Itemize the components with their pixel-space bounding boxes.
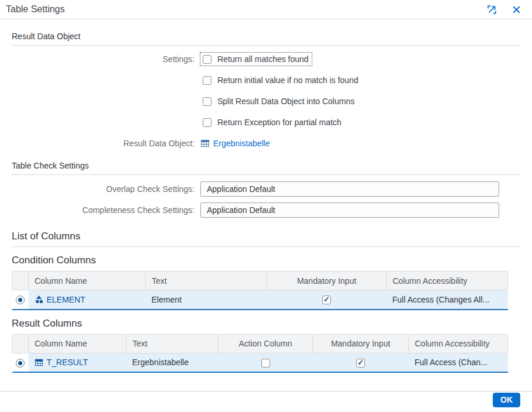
result-header-text[interactable]: Text bbox=[127, 334, 219, 353]
dialog-header: Table Settings bbox=[0, 0, 532, 19]
return-initial-value-checkbox[interactable] bbox=[203, 76, 212, 85]
section-title-list-of-columns: List of Columns bbox=[12, 231, 520, 247]
result-object-link-text: Ergebnistabelle bbox=[213, 139, 270, 148]
result-header-mandatory-input[interactable]: Mandatory Input bbox=[313, 334, 409, 353]
settings-label: Settings: bbox=[12, 54, 195, 64]
completeness-check-row: Completeness Check Settings: Application… bbox=[12, 200, 520, 221]
dialog-footer: OK bbox=[0, 391, 532, 412]
result-column-accessibility: Full Access (Chan... bbox=[409, 353, 508, 372]
result-selection-header bbox=[12, 334, 29, 353]
checkbox-group-split-result: Split Result Data Object into Columns bbox=[200, 95, 357, 108]
condition-row-radio[interactable] bbox=[16, 296, 25, 304]
maximize-icon[interactable] bbox=[486, 4, 497, 15]
checkbox-group-return-initial-value: Return initial value if no match is foun… bbox=[200, 74, 361, 87]
completeness-check-label: Completeness Check Settings: bbox=[12, 205, 195, 215]
return-exception-checkbox[interactable] bbox=[203, 118, 212, 127]
result-column-text: Ergebnistabelle bbox=[127, 353, 219, 372]
settings-row-3: Split Result Data Object into Columns bbox=[12, 91, 520, 112]
result-header-action-column[interactable]: Action Column bbox=[219, 334, 313, 353]
split-result-checkbox[interactable] bbox=[203, 97, 212, 106]
result-mandatory-checkbox[interactable] bbox=[356, 359, 365, 368]
settings-row-4: Return Exception for partial match bbox=[12, 112, 520, 133]
table-icon bbox=[200, 139, 210, 148]
completeness-check-input[interactable]: Application Default bbox=[200, 202, 499, 218]
close-icon[interactable] bbox=[511, 4, 521, 15]
settings-form: Settings: Return all matches found Retur… bbox=[12, 49, 520, 154]
element-icon bbox=[35, 295, 43, 304]
result-row-selector[interactable] bbox=[12, 353, 29, 372]
condition-table-row[interactable]: ELEMENT Element Full Access (Changes All… bbox=[12, 290, 508, 310]
checkbox-group-return-exception: Return Exception for partial match bbox=[200, 116, 345, 129]
condition-selection-header bbox=[12, 272, 29, 290]
split-result-label: Split Result Data Object into Columns bbox=[217, 97, 354, 106]
condition-header-mandatory-input[interactable]: Mandatory Input bbox=[267, 272, 387, 290]
table-title-condition-columns: Condition Columns bbox=[12, 255, 520, 266]
result-object-link[interactable]: Ergebnistabelle bbox=[200, 139, 270, 148]
table-check-form: Overlap Check Settings: Application Defa… bbox=[12, 178, 520, 221]
condition-column-accessibility: Full Access (Changes All... bbox=[387, 290, 508, 310]
result-header-column-name[interactable]: Column Name bbox=[29, 334, 127, 353]
table-settings-dialog: Table Settings Result Data Object Settin… bbox=[0, 0, 532, 412]
condition-header-text[interactable]: Text bbox=[146, 272, 267, 290]
return-initial-value-label: Return initial value if no match is foun… bbox=[217, 75, 358, 85]
result-header-column-accessibility[interactable]: Column Accessibility bbox=[409, 334, 508, 353]
condition-columns-table: Column Name Text Mandatory Input Column … bbox=[12, 271, 508, 310]
result-column-name: T_RESULT bbox=[47, 358, 88, 367]
result-header-row: Column Name Text Action Column Mandatory… bbox=[12, 334, 508, 353]
overlap-check-label: Overlap Check Settings: bbox=[12, 184, 195, 194]
condition-column-name: ELEMENT bbox=[47, 295, 86, 304]
result-row-radio[interactable] bbox=[16, 359, 25, 368]
section-title-table-check-settings: Table Check Settings bbox=[12, 161, 520, 175]
result-table-row[interactable]: T_RESULT Ergebnistabelle Full Access (Ch… bbox=[12, 353, 508, 372]
condition-column-text: Element bbox=[146, 290, 267, 310]
overlap-check-row: Overlap Check Settings: Application Defa… bbox=[12, 178, 520, 200]
return-exception-label: Return Exception for partial match bbox=[217, 118, 342, 127]
condition-mandatory-checkbox[interactable] bbox=[322, 296, 331, 304]
dialog-title: Table Settings bbox=[6, 4, 472, 15]
return-all-matches-checkbox[interactable] bbox=[203, 55, 212, 64]
overlap-check-input[interactable]: Application Default bbox=[200, 181, 499, 197]
result-object-label: Result Data Object: bbox=[12, 139, 195, 148]
condition-header-column-accessibility[interactable]: Column Accessibility bbox=[387, 272, 508, 290]
dialog-content: Result Data Object Settings: Return all … bbox=[0, 19, 532, 390]
result-object-row: Result Data Object: Ergebnistabelle bbox=[12, 133, 520, 154]
settings-row-1: Settings: Return all matches found bbox=[12, 49, 520, 70]
condition-header-row: Column Name Text Mandatory Input Column … bbox=[12, 272, 508, 290]
table-title-result-columns: Result Columns bbox=[12, 318, 520, 329]
condition-header-column-name[interactable]: Column Name bbox=[29, 272, 146, 290]
result-action-checkbox[interactable] bbox=[261, 359, 270, 368]
result-columns-table: Column Name Text Action Column Mandatory… bbox=[12, 334, 508, 373]
ok-button[interactable]: OK bbox=[493, 393, 520, 407]
return-all-matches-label: Return all matches found bbox=[217, 54, 309, 64]
settings-row-2: Return initial value if no match is foun… bbox=[12, 70, 520, 91]
checkbox-group-return-all-matches: Return all matches found bbox=[200, 53, 312, 66]
section-title-result-data-object: Result Data Object bbox=[12, 32, 520, 46]
table-icon bbox=[35, 358, 43, 367]
condition-row-selector[interactable] bbox=[12, 290, 29, 310]
